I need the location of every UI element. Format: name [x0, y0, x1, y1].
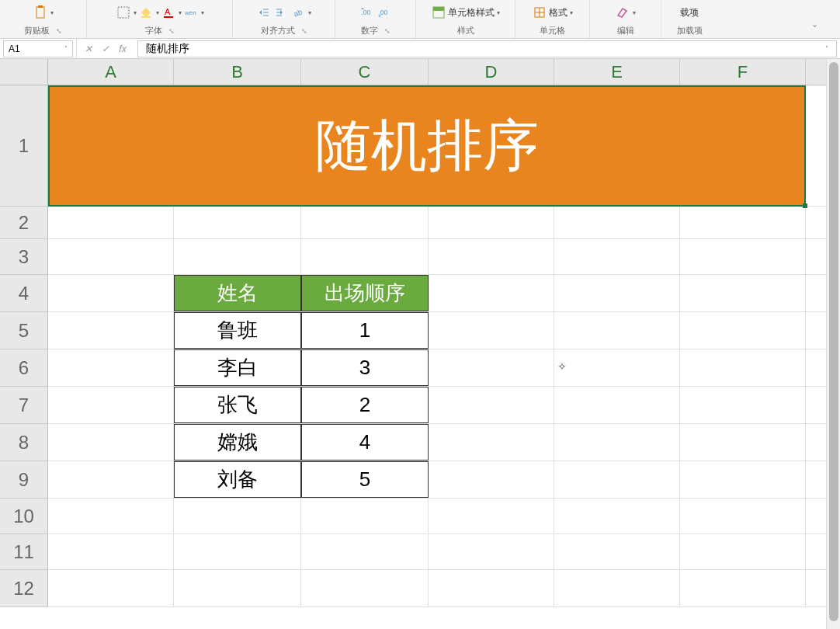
enter-icon[interactable]: ✓: [99, 42, 113, 56]
dropdown-icon[interactable]: ▾: [179, 9, 182, 16]
phonetic-icon[interactable]: wén: [183, 5, 199, 20]
cell[interactable]: [680, 387, 806, 423]
cell[interactable]: [429, 349, 554, 386]
collapse-ribbon-icon[interactable]: ˅: [803, 22, 826, 37]
table-cell-order[interactable]: 4: [301, 424, 429, 460]
format-label[interactable]: 格式: [549, 6, 568, 19]
cell[interactable]: [48, 570, 174, 606]
cell[interactable]: [48, 239, 174, 274]
cell[interactable]: [429, 424, 554, 460]
increase-indent-icon[interactable]: [273, 5, 289, 20]
col-header-B[interactable]: B: [174, 59, 301, 85]
cell[interactable]: [48, 275, 174, 311]
launcher-icon[interactable]: ⤡: [168, 27, 175, 35]
cell[interactable]: [554, 461, 680, 498]
cell[interactable]: [680, 207, 806, 238]
dropdown-icon[interactable]: ▾: [156, 9, 159, 16]
orientation-icon[interactable]: ab: [290, 5, 306, 20]
fx-icon[interactable]: fx: [116, 42, 130, 56]
col-header-C[interactable]: C: [301, 59, 429, 85]
cell[interactable]: [680, 534, 806, 569]
cell[interactable]: [429, 570, 554, 606]
cell[interactable]: [429, 461, 554, 498]
cell[interactable]: [554, 534, 680, 569]
row-header-11[interactable]: 11: [0, 534, 48, 570]
cell[interactable]: [301, 499, 429, 533]
border-icon[interactable]: [116, 5, 131, 20]
name-box[interactable]: A1 ˅: [3, 40, 73, 57]
clipboard-icon[interactable]: [33, 5, 48, 20]
cell[interactable]: [429, 239, 554, 274]
cell[interactable]: [48, 499, 174, 533]
cell[interactable]: [301, 570, 429, 606]
cell[interactable]: [301, 239, 429, 274]
cell[interactable]: [554, 499, 680, 533]
font-color-icon[interactable]: A: [161, 5, 176, 20]
select-all-corner[interactable]: [0, 59, 48, 85]
cell-styles-label[interactable]: 单元格样式: [448, 6, 495, 19]
table-cell-name[interactable]: 张飞: [174, 387, 301, 423]
cell[interactable]: [429, 207, 554, 238]
scrollbar-thumb[interactable]: [829, 62, 838, 621]
cell[interactable]: [554, 349, 680, 386]
dropdown-icon[interactable]: ▾: [308, 9, 311, 16]
row-header-2[interactable]: 2: [0, 207, 48, 239]
row-header-12[interactable]: 12: [0, 570, 48, 607]
col-header-E[interactable]: E: [554, 59, 680, 85]
cell[interactable]: [429, 534, 554, 569]
cell-styles-icon[interactable]: [431, 5, 446, 20]
table-cell-name[interactable]: 鲁班: [174, 312, 301, 349]
table-header[interactable]: 姓名: [174, 275, 301, 311]
cell[interactable]: [48, 534, 174, 569]
table-cell-name[interactable]: 李白: [174, 349, 301, 386]
col-header-F[interactable]: F: [680, 59, 806, 85]
cell[interactable]: [554, 312, 680, 349]
table-cell-order[interactable]: 3: [301, 349, 429, 386]
cancel-icon[interactable]: ✕: [82, 42, 95, 56]
cell[interactable]: [680, 349, 806, 386]
row-header-10[interactable]: 10: [0, 499, 48, 534]
clear-icon[interactable]: [615, 5, 630, 20]
cell[interactable]: [680, 424, 806, 460]
decrease-indent-icon[interactable]: [256, 5, 272, 20]
table-cell-order[interactable]: 2: [301, 387, 429, 423]
cell[interactable]: [48, 424, 174, 460]
table-header[interactable]: 出场顺序: [301, 275, 429, 311]
cell[interactable]: [680, 570, 806, 606]
row-header-6[interactable]: 6: [0, 349, 48, 387]
row-header-3[interactable]: 3: [0, 239, 48, 275]
dropdown-icon[interactable]: ˅: [64, 45, 68, 52]
row-header-5[interactable]: 5: [0, 312, 48, 349]
cell[interactable]: [174, 570, 301, 606]
cell[interactable]: [429, 387, 554, 423]
launcher-icon[interactable]: ⤡: [56, 27, 62, 35]
cell[interactable]: [680, 499, 806, 533]
launcher-icon[interactable]: ⤡: [384, 27, 390, 35]
table-cell-order[interactable]: 5: [301, 461, 429, 498]
cell[interactable]: [554, 239, 680, 274]
cell[interactable]: [301, 534, 429, 569]
launcher-icon[interactable]: ⤡: [301, 27, 307, 35]
cell[interactable]: [680, 275, 806, 311]
row-header-7[interactable]: 7: [0, 387, 48, 424]
cell[interactable]: [429, 275, 554, 311]
cell[interactable]: [554, 424, 680, 460]
cell[interactable]: [554, 275, 680, 311]
cell[interactable]: [301, 207, 429, 238]
cell[interactable]: [429, 312, 554, 349]
dropdown-icon[interactable]: ▾: [497, 9, 500, 16]
col-header-D[interactable]: D: [429, 59, 554, 85]
cell[interactable]: [174, 499, 301, 533]
title-cell[interactable]: 随机排序: [48, 85, 806, 207]
cell[interactable]: [680, 312, 806, 349]
cells-area[interactable]: 随机排序姓名出场顺序鲁班1李白3张飞2嫦娥4刘备5: [48, 85, 826, 629]
cell[interactable]: [48, 207, 174, 238]
dropdown-icon[interactable]: ▾: [633, 9, 636, 16]
vertical-scrollbar[interactable]: [826, 59, 840, 629]
dropdown-icon[interactable]: ▾: [570, 9, 573, 16]
increase-decimal-icon[interactable]: .00: [359, 5, 375, 20]
fill-color-icon[interactable]: [138, 5, 154, 20]
cell[interactable]: [680, 239, 806, 274]
row-header-8[interactable]: 8: [0, 424, 48, 461]
cell[interactable]: [174, 239, 301, 274]
